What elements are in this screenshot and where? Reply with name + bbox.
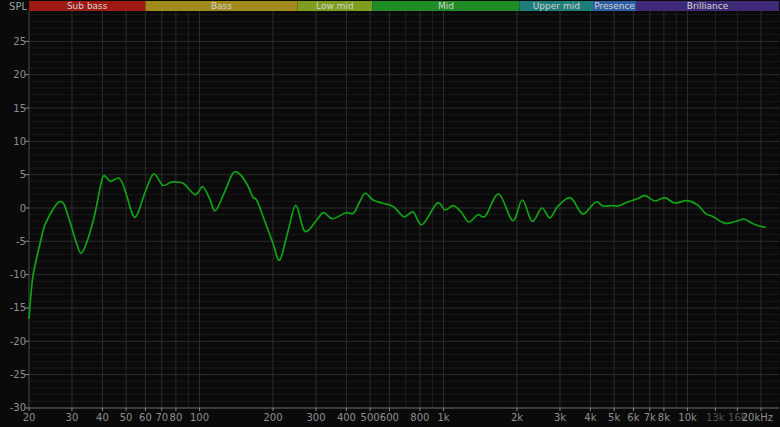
y-tick-label: -20	[10, 336, 26, 347]
y-tick-label: 15	[13, 103, 26, 114]
x-tick-label: 60	[139, 412, 152, 423]
x-tick-label: 7k	[644, 412, 656, 423]
x-tick-label: 6k	[627, 412, 639, 423]
band-label: Sub bass	[67, 1, 108, 11]
chart-canvas: 2520151050-5-10-15-20-25-302030405060708…	[0, 0, 780, 427]
response-curve	[29, 172, 765, 318]
band-label: Presence	[594, 1, 635, 11]
frequency-response-chart: SPL 2520151050-5-10-15-20-25-30203040506…	[0, 0, 780, 427]
x-tick-label: 500	[361, 412, 380, 423]
y-tick-label: 0	[20, 203, 26, 214]
x-tick-label: 13k	[706, 412, 725, 423]
band-label: Low mid	[316, 1, 354, 11]
y-tick-label: -25	[10, 369, 26, 380]
band-label: Upper mid	[533, 1, 580, 11]
x-tick-label: 8k	[658, 412, 670, 423]
x-tick-label: 50	[120, 412, 133, 423]
y-tick-label: 10	[13, 136, 26, 147]
x-tick-label: 20kHz	[742, 412, 773, 423]
x-tick-label: 30	[66, 412, 79, 423]
band-label: Mid	[438, 1, 454, 11]
y-tick-label: 20	[13, 69, 26, 80]
x-tick-label: 2k	[511, 412, 523, 423]
x-tick-label: 10k	[678, 412, 697, 423]
y-tick-label: 5	[20, 169, 26, 180]
spl-axis-title: SPL	[0, 1, 27, 12]
x-tick-label: 80	[170, 412, 183, 423]
y-tick-label: -15	[10, 302, 26, 313]
x-tick-label: 600	[380, 412, 399, 423]
x-tick-label: 5k	[608, 412, 620, 423]
x-tick-label: 800	[410, 412, 429, 423]
x-tick-label: 300	[306, 412, 325, 423]
y-tick-label: -5	[16, 236, 26, 247]
y-tick-label: -10	[10, 269, 26, 280]
x-tick-label: 40	[96, 412, 109, 423]
band-label: Brilliance	[687, 1, 729, 11]
band-label: Bass	[211, 1, 232, 11]
x-tick-label: 4k	[584, 412, 596, 423]
x-tick-label: 400	[337, 412, 356, 423]
x-tick-label: 100	[190, 412, 209, 423]
x-tick-label: 70	[155, 412, 168, 423]
y-tick-label: 25	[13, 36, 26, 47]
x-tick-label: 1k	[437, 412, 449, 423]
x-tick-label: 3k	[554, 412, 566, 423]
x-tick-label: 20	[23, 412, 36, 423]
x-tick-label: 200	[263, 412, 282, 423]
